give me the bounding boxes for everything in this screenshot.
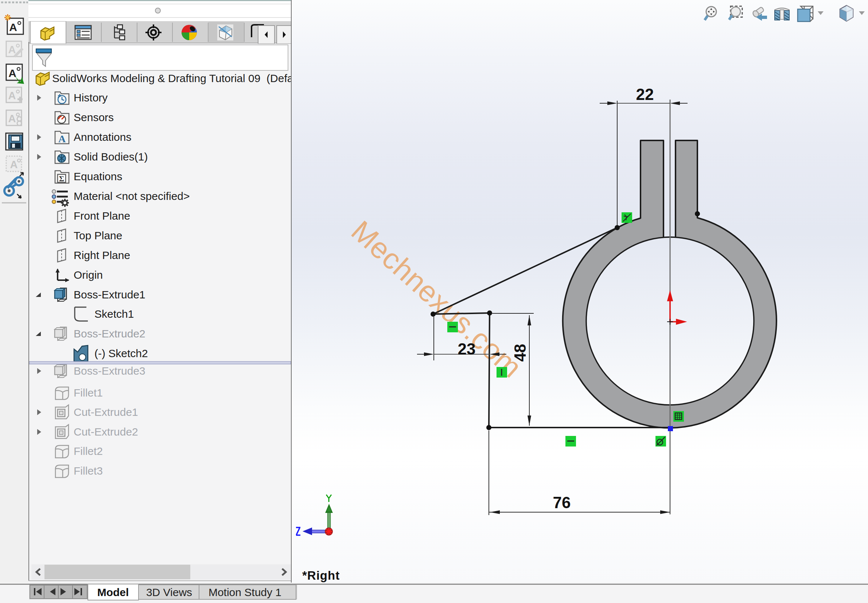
svg-text:Model: Model [97, 586, 129, 598]
svg-text:48: 48 [511, 344, 529, 362]
svg-text:A: A [10, 159, 18, 170]
svg-text:A: A [8, 113, 16, 124]
svg-text:Motion Study 1: Motion Study 1 [208, 586, 281, 598]
svg-text:A: A [8, 44, 16, 56]
svg-text:Σ: Σ [59, 174, 64, 183]
svg-text:3D Views: 3D Views [146, 586, 192, 598]
svg-text:A: A [8, 90, 16, 101]
svg-text:A: A [9, 21, 17, 33]
svg-text:23: 23 [458, 340, 476, 358]
svg-text:A: A [58, 133, 66, 144]
svg-text:*Right: *Right [302, 569, 340, 582]
svg-text:22: 22 [636, 85, 654, 103]
svg-text:A: A [8, 67, 16, 79]
svg-text:76: 76 [553, 493, 571, 512]
